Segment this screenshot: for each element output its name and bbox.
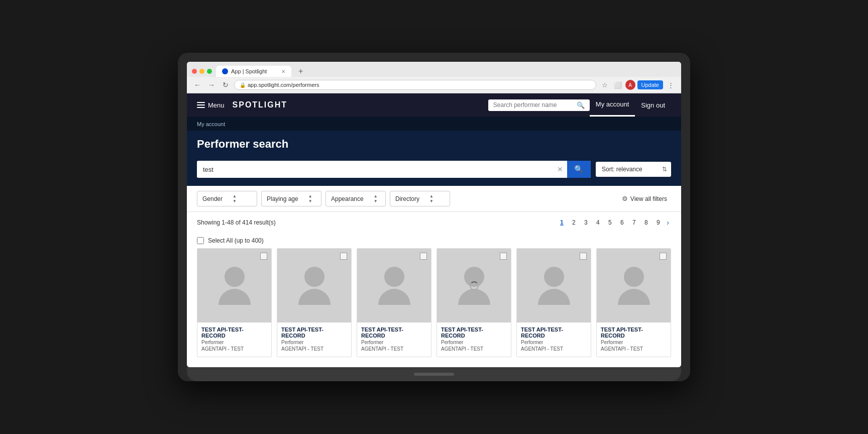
back-btn[interactable]: ←: [192, 79, 203, 90]
performer-card[interactable]: TEST API-TEST-RECORD Performer AGENTAPI …: [437, 248, 511, 357]
avatar-head: [225, 267, 245, 287]
search-section: ✕ 🔍 Sort: relevance Sort: A-Z Sort: Z-A …: [187, 161, 681, 186]
my-account-link[interactable]: My account: [590, 93, 635, 117]
page-9[interactable]: 9: [653, 217, 664, 228]
profile-icon[interactable]: A: [625, 80, 635, 90]
avatar-body: [378, 289, 410, 305]
search-clear-btn[interactable]: ✕: [553, 165, 567, 173]
sign-out-link[interactable]: Sign out: [635, 93, 671, 117]
avatar-placeholder: [298, 267, 331, 305]
results-count: Showing 1-48 of 414 result(s): [197, 219, 276, 226]
gender-filter-arrows: ▲▼: [233, 194, 237, 203]
card-info: TEST API-TEST-RECORD Performer AGENTAPI …: [357, 322, 431, 357]
tab-close-btn[interactable]: ✕: [281, 69, 285, 74]
menu-label: Menu: [208, 101, 225, 109]
page-title: Performer search: [197, 138, 671, 151]
page-6[interactable]: 6: [616, 217, 627, 228]
gender-filter-label: Gender: [202, 195, 223, 202]
performer-card[interactable]: TEST API-TEST-RECORD Performer AGENTAPI …: [596, 248, 671, 357]
directory-filter[interactable]: Directory ▲▼: [390, 191, 450, 206]
page-5[interactable]: 5: [604, 217, 615, 228]
main-search-wrapper: ✕ 🔍: [197, 161, 591, 178]
main-search-input[interactable]: [197, 162, 553, 177]
browser-actions: ☆ ⬜ A Update ⋮: [599, 79, 676, 90]
performer-card[interactable]: TEST API-TEST-RECORD Performer AGENTAPI …: [197, 248, 272, 357]
card-role: Performer: [521, 340, 587, 345]
page-8[interactable]: 8: [640, 217, 652, 228]
breadcrumb[interactable]: My account: [197, 121, 225, 127]
card-image-inner: [357, 249, 431, 322]
laptop-notch: [414, 373, 454, 376]
gender-filter[interactable]: Gender ▲▼: [197, 191, 257, 206]
search-icon: 🔍: [577, 101, 585, 109]
close-window-btn[interactable]: [192, 69, 197, 74]
card-role: Performer: [441, 340, 507, 345]
search-submit-btn[interactable]: 🔍: [567, 161, 591, 178]
performer-card[interactable]: TEST API-TEST-RECORD Performer AGENTAPI …: [277, 248, 352, 357]
laptop-base: [187, 367, 681, 381]
url-text: app.spotlight.com/performers: [248, 82, 319, 88]
card-name: TEST API-TEST-RECORD: [361, 327, 427, 339]
card-image-inner: [597, 249, 671, 322]
bookmark-icon[interactable]: ☆: [599, 79, 610, 90]
directory-filter-label: Directory: [395, 195, 419, 202]
appearance-filter[interactable]: Appearance ▲▼: [325, 191, 386, 206]
card-agency: AGENTAPI - TEST: [521, 346, 587, 352]
browser-tab[interactable]: App | Spotlight ✕: [216, 66, 291, 77]
next-page-btn[interactable]: ›: [665, 219, 671, 227]
select-all-checkbox[interactable]: [197, 237, 204, 244]
card-image-area: [357, 249, 431, 322]
url-bar[interactable]: 🔒 app.spotlight.com/performers: [234, 80, 596, 90]
page-4[interactable]: 4: [592, 217, 603, 228]
card-checkbox-1[interactable]: [340, 253, 347, 260]
card-checkbox-4[interactable]: [580, 253, 587, 260]
card-name: TEST API-TEST-RECORD: [521, 327, 587, 339]
results-bar: Showing 1-48 of 414 result(s) 1 2 3 4 5 …: [187, 212, 681, 233]
card-info: TEST API-TEST-RECORD Performer AGENTAPI …: [597, 322, 671, 357]
card-name: TEST API-TEST-RECORD: [441, 327, 507, 339]
view-all-filters-btn[interactable]: ⚙ View all filters: [618, 192, 671, 205]
performer-card[interactable]: TEST API-TEST-RECORD Performer AGENTAPI …: [516, 248, 591, 357]
top-nav: Menu SPOTLIGHT 🔍 My account Sign out: [187, 93, 681, 117]
card-checkbox-5[interactable]: [660, 253, 667, 260]
card-agency: AGENTAPI - TEST: [441, 346, 507, 352]
update-button[interactable]: Update: [637, 80, 663, 89]
spotlight-logo: SPOTLIGHT: [233, 100, 288, 110]
minimize-window-btn[interactable]: [199, 69, 204, 74]
reload-btn[interactable]: ↻: [220, 79, 231, 90]
card-image-inner: [197, 249, 271, 322]
card-checkbox-3[interactable]: [500, 253, 507, 260]
select-all-bar: Select All (up to 400): [187, 233, 681, 248]
card-name: TEST API-TEST-RECORD: [281, 327, 347, 339]
performer-card[interactable]: TEST API-TEST-RECORD Performer AGENTAPI …: [357, 248, 431, 357]
menu-dots-icon[interactable]: ⋮: [665, 79, 676, 90]
page-7[interactable]: 7: [628, 217, 639, 228]
card-image-area: [197, 249, 271, 322]
pagination: 1 2 3 4 5 6 7 8 9 ›: [556, 217, 671, 228]
page-3[interactable]: 3: [580, 217, 591, 228]
sort-dropdown[interactable]: Sort: relevance Sort: A-Z Sort: Z-A: [596, 162, 671, 177]
performer-search-bar[interactable]: 🔍: [488, 99, 590, 111]
card-image-inner: [517, 249, 591, 322]
tab-favicon: [222, 68, 228, 74]
view-all-filters-label: View all filters: [630, 195, 667, 202]
hamburger-line-2: [197, 104, 205, 105]
performer-search-input[interactable]: [493, 101, 574, 108]
new-tab-btn[interactable]: +: [295, 67, 306, 76]
maximize-window-btn[interactable]: [207, 69, 212, 74]
page-2[interactable]: 2: [568, 217, 579, 228]
card-role: Performer: [281, 340, 347, 345]
avatar-placeholder: [219, 267, 251, 305]
avatar-placeholder: [538, 267, 570, 305]
card-checkbox-2[interactable]: [420, 253, 427, 260]
playing-age-filter[interactable]: Playing age ▲▼: [261, 191, 321, 206]
page-1[interactable]: 1: [556, 217, 567, 228]
card-checkbox-0[interactable]: [260, 253, 267, 260]
page-header: Performer search: [187, 131, 681, 161]
forward-btn[interactable]: →: [206, 79, 217, 90]
extension-icon[interactable]: ⬜: [612, 79, 623, 90]
card-agency: AGENTAPI - TEST: [361, 346, 427, 352]
card-name: TEST API-TEST-RECORD: [201, 327, 267, 339]
select-all-label: Select All (up to 400): [208, 237, 264, 244]
menu-button[interactable]: Menu: [197, 101, 225, 109]
